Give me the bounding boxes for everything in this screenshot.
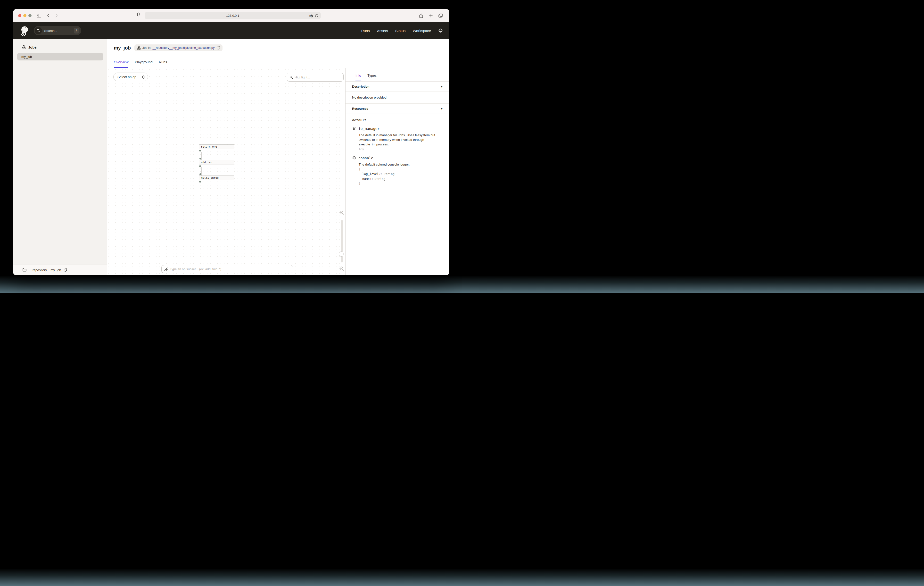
nav-assets[interactable]: Assets bbox=[377, 29, 388, 33]
section-title: Description bbox=[352, 85, 370, 88]
zoom-slider-thumb[interactable] bbox=[339, 252, 344, 257]
resources-section-header[interactable]: Resources ▼ bbox=[345, 104, 449, 114]
close-window-button[interactable] bbox=[18, 14, 21, 17]
job-main: my_job Job in __repository__my_job@pipel… bbox=[107, 39, 449, 275]
global-search[interactable]: / bbox=[34, 26, 81, 35]
resource-group-name: default bbox=[352, 118, 439, 122]
page-title: my_job bbox=[114, 45, 131, 51]
gear-icon[interactable] bbox=[438, 28, 443, 33]
chevron-down-icon: ▼ bbox=[441, 107, 443, 110]
sidebar-item-my-job[interactable]: my_job bbox=[17, 53, 103, 60]
highlight-search[interactable] bbox=[287, 73, 343, 81]
highlight-input[interactable] bbox=[295, 76, 341, 79]
jobs-sidebar: Jobs my_job __repository__my_job bbox=[13, 39, 107, 275]
zoom-window-button[interactable] bbox=[28, 14, 31, 17]
op-graph-icon bbox=[164, 267, 168, 271]
output-port[interactable] bbox=[199, 150, 201, 151]
config-close-brace: } bbox=[359, 181, 439, 186]
edge-add-two-to-multi-three bbox=[201, 167, 202, 175]
url-text: 127.0.0.1 bbox=[226, 14, 239, 18]
sidebar-title: Jobs bbox=[28, 45, 36, 49]
resource-description: The default colored console logger. bbox=[359, 162, 439, 167]
chevron-down-icon: ▼ bbox=[441, 85, 443, 88]
browser-window: 127.0.0.1 Aa bbox=[13, 9, 449, 275]
info-panel: Info Types Description ▼ No description … bbox=[345, 68, 449, 275]
repository-refresh-icon[interactable] bbox=[64, 268, 67, 272]
updown-caret-icon bbox=[142, 75, 145, 79]
resource-layers-icon bbox=[352, 156, 356, 160]
description-section-header[interactable]: Description ▼ bbox=[345, 81, 449, 92]
section-title: Resources bbox=[352, 107, 368, 111]
panel-tab-types[interactable]: Types bbox=[367, 74, 376, 81]
nav-workspace[interactable]: Workspace bbox=[413, 29, 431, 33]
op-selector-button[interactable]: Select an op... bbox=[113, 73, 148, 81]
job-origin-badge: Job in __repository__my_job@pipeline_exe… bbox=[134, 45, 223, 51]
zoom-out-icon[interactable] bbox=[339, 266, 344, 271]
forward-icon[interactable] bbox=[55, 13, 58, 18]
job-tabs: Overview Playground Runs bbox=[107, 56, 449, 68]
svg-text:a: a bbox=[311, 15, 312, 17]
job-refresh-icon[interactable] bbox=[216, 46, 220, 50]
op-subset-filter[interactable] bbox=[162, 265, 293, 273]
app-header: / Runs Assets Status Workspace bbox=[13, 22, 449, 39]
repository-name: __repository__my_job bbox=[29, 268, 61, 272]
op-subset-input[interactable] bbox=[170, 267, 290, 271]
nav-status[interactable]: Status bbox=[395, 29, 406, 33]
resource-io-manager: io_manager The default io manager for Jo… bbox=[352, 126, 439, 151]
job-icon bbox=[137, 46, 140, 50]
address-bar[interactable]: 127.0.0.1 Aa bbox=[145, 12, 321, 19]
share-icon[interactable] bbox=[419, 13, 423, 18]
repository-footer: __repository__my_job bbox=[13, 265, 107, 275]
svg-text:A: A bbox=[309, 14, 311, 16]
op-graph-canvas[interactable]: Select an op... return_one bbox=[107, 68, 345, 275]
resource-name: console bbox=[358, 156, 373, 160]
description-text: No description provided bbox=[352, 96, 386, 99]
browser-chrome: 127.0.0.1 Aa bbox=[13, 9, 449, 22]
translate-icon[interactable]: Aa bbox=[309, 14, 313, 18]
search-shortcut-key: / bbox=[74, 28, 79, 33]
tab-overview[interactable]: Overview bbox=[114, 60, 129, 68]
jobs-icon bbox=[22, 45, 25, 49]
resource-config-schema: { log_level?:String name?:String } bbox=[359, 167, 439, 186]
input-port[interactable] bbox=[200, 158, 201, 159]
output-port[interactable] bbox=[199, 181, 201, 182]
new-tab-icon[interactable] bbox=[429, 14, 432, 18]
folder-icon bbox=[23, 268, 26, 271]
tab-overview-icon[interactable] bbox=[439, 13, 443, 18]
search-icon bbox=[289, 76, 293, 79]
badge-repository-link[interactable]: __repository__my_job@pipeline_execution.… bbox=[152, 46, 214, 50]
edge-return-one-to-add-two bbox=[201, 152, 202, 160]
sidebar-item-label: my_job bbox=[21, 55, 32, 58]
back-icon[interactable] bbox=[47, 13, 50, 18]
top-navigation: Runs Assets Status Workspace bbox=[361, 28, 443, 33]
op-node-return-one[interactable]: return_one bbox=[199, 144, 234, 149]
resource-description: The default io manager for Jobs. Uses fi… bbox=[359, 133, 439, 147]
config-field: log_level?:String bbox=[359, 172, 439, 177]
sidebar-toggle-icon[interactable] bbox=[36, 14, 41, 18]
traffic-lights bbox=[18, 14, 31, 17]
resource-name: io_manager bbox=[358, 127, 380, 131]
description-section-body: No description provided bbox=[345, 92, 449, 104]
minimize-window-button[interactable] bbox=[23, 14, 26, 17]
privacy-shield-icon[interactable] bbox=[137, 12, 140, 17]
dagster-logo[interactable] bbox=[19, 25, 30, 36]
output-port[interactable] bbox=[199, 165, 201, 167]
reload-icon[interactable] bbox=[315, 14, 318, 18]
search-input[interactable] bbox=[42, 29, 74, 33]
resource-console: console The default colored console logg… bbox=[352, 156, 439, 186]
search-icon bbox=[35, 27, 42, 34]
input-port[interactable] bbox=[200, 173, 201, 175]
zoom-in-icon[interactable] bbox=[339, 210, 344, 215]
resource-layers-icon bbox=[352, 126, 356, 131]
panel-tab-info[interactable]: Info bbox=[355, 74, 361, 81]
panel-tabs: Info Types bbox=[345, 68, 449, 81]
op-node-multi-three[interactable]: multi_three bbox=[199, 175, 234, 180]
op-node-add-two[interactable]: add_two bbox=[199, 160, 234, 165]
tab-runs[interactable]: Runs bbox=[159, 60, 167, 68]
tab-playground[interactable]: Playground bbox=[135, 60, 152, 68]
resources-section-body: default io_manager The default io manage… bbox=[345, 114, 449, 195]
config-open-brace: { bbox=[359, 167, 439, 172]
resource-type: Any bbox=[359, 147, 439, 151]
badge-prefix: Job in bbox=[142, 46, 150, 50]
nav-runs[interactable]: Runs bbox=[361, 29, 370, 33]
